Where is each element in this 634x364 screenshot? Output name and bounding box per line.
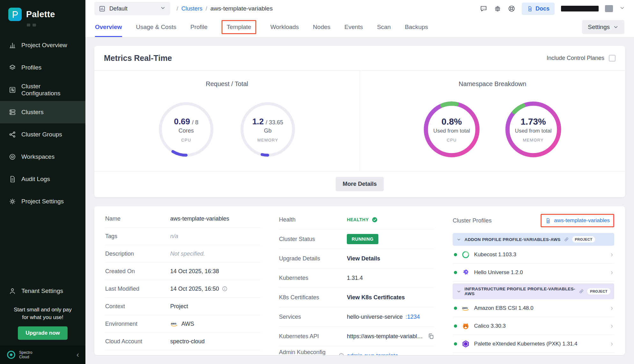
info-icon[interactable] [339, 353, 344, 355]
profile-item-hello-universe[interactable]: Hello Universe 1.2.0 [453, 264, 614, 281]
docs-icon [527, 6, 533, 12]
namespace-breakdown-title: Namespace Breakdown [459, 80, 526, 88]
sidebar-item-profiles[interactable]: Profiles [0, 56, 85, 79]
view-k8s-certificates-link[interactable]: View K8s Certificates [347, 294, 405, 301]
spectro-cloud-label: Spectro Cloud [19, 350, 32, 360]
footer-line: Spectro [19, 350, 32, 355]
tab-workloads[interactable]: Workloads [270, 17, 299, 37]
profile-item-name: Palette eXtended Kubernetes (PXK) 1.31.4 [474, 341, 577, 347]
health-value: HEALTHY [347, 217, 369, 222]
sidebar-item-audit-logs[interactable]: Audit Logs [0, 168, 85, 190]
namespace-cpu-donut: 0.8% Used from total CPU [423, 100, 481, 158]
profile-item-calico[interactable]: Calico 3.30.3 [453, 317, 614, 335]
pxk-hexagon-icon [461, 339, 470, 348]
profile-item-kubecost[interactable]: Kubecost 1.103.3 [453, 246, 614, 264]
tab-usage-costs[interactable]: Usage & Costs [136, 17, 177, 37]
status-dot [454, 271, 457, 274]
breadcrumb-current: aws-template-variables [210, 5, 273, 12]
namespace-cpu-label: CPU [447, 138, 456, 142]
kubeconfig-label-text: Admin Kubeconfig File [279, 349, 336, 355]
profile-item-ubuntu[interactable]: Ubuntu (AWS) 22.04 [453, 353, 614, 355]
addon-profile-section-header[interactable]: ADDON PROFILE PROFILE-VARIABLES-AWS PROJ… [453, 233, 614, 246]
sliders-box-icon [9, 86, 16, 94]
project-selector[interactable]: Default [94, 2, 170, 15]
status-dot [454, 253, 457, 256]
admin-kubeconfig-link[interactable]: admin.aws-template- [347, 353, 400, 355]
svg-text:aws: aws [171, 322, 177, 325]
detail-row-last-modified: Last Modified 14 Oct 2025, 16:50 [105, 280, 260, 298]
detail-label: Cluster Status [279, 236, 344, 243]
namespace-cpu-caption: Used from total [433, 128, 470, 134]
detail-row-upgrade-details: Upgrade Details View Details [279, 249, 434, 268]
namespace-memory-donut: 1.73% Used from total MEMORY [504, 100, 562, 158]
chat-icon[interactable] [480, 5, 487, 12]
detail-label: Kubernetes API [279, 333, 344, 340]
detail-row-k8s-certificates: K8s Certificates View K8s Certificates [279, 288, 434, 307]
user-menu-chevron-icon[interactable] [619, 5, 625, 12]
detail-row-health: Health HEALTHY [279, 210, 434, 229]
tab-overview[interactable]: Overview [95, 17, 122, 37]
info-icon[interactable] [222, 286, 228, 292]
topbar: Default / Clusters / aws-template-variab… [85, 0, 634, 17]
tab-nodes[interactable]: Nodes [313, 17, 331, 37]
infrastructure-profile-section-header[interactable]: INFRASTRUCTURE PROFILE PROFILE-VARIABLES… [453, 283, 614, 299]
topbar-actions: Docs [480, 3, 625, 15]
profile-item-pxk[interactable]: Palette eXtended Kubernetes (PXK) 1.31.4 [453, 335, 614, 353]
sidebar-item-workspaces[interactable]: Workspaces [0, 146, 85, 168]
health-status: HEALTHY [347, 217, 378, 223]
profile-doc-icon [545, 218, 551, 224]
chevron-down-icon [456, 237, 461, 242]
sidebar-item-tenant-settings[interactable]: Tenant Settings [0, 280, 85, 302]
detail-label: Cloud Account [105, 338, 168, 345]
profile-item-name: Hello Universe 1.2.0 [474, 269, 523, 276]
view-details-link[interactable]: View Details [347, 255, 380, 262]
environment-value: AWS [181, 321, 194, 327]
tab-backups[interactable]: Backups [405, 17, 428, 37]
metrics-header: Metrics Real-Time Include Control Planes [94, 46, 625, 71]
include-control-planes-checkbox[interactable] [609, 55, 616, 62]
promo-line: Start small and only pay [0, 306, 85, 314]
tab-template[interactable]: Template [222, 17, 256, 37]
copy-icon[interactable] [428, 333, 434, 339]
detail-label: Environment [105, 321, 168, 327]
sidebar-item-cluster-groups[interactable]: Cluster Groups [0, 123, 85, 146]
kubernetes-version-value: 1.31.4 [347, 275, 363, 281]
tab-scan[interactable]: Scan [377, 17, 391, 37]
namespace-memory-percent: 1.73% [521, 117, 546, 127]
sidebar-collapse-chevron[interactable] [77, 350, 79, 359]
namespace-breakdown-section: Namespace Breakdown 0.8% Used from total… [360, 71, 625, 171]
promo-line: for what you use! [0, 314, 85, 321]
docs-button[interactable]: Docs [522, 3, 555, 15]
namespace-memory-caption: Used from total [515, 128, 551, 134]
breadcrumb-link-clusters[interactable]: Clusters [181, 5, 202, 12]
settings-button[interactable]: Settings [582, 20, 624, 34]
bug-report-icon[interactable] [494, 5, 501, 12]
details-column-left: Name aws-template-variables Tags n/a Des… [105, 210, 260, 355]
detail-label: Tags [105, 233, 168, 240]
tab-events[interactable]: Events [345, 17, 363, 37]
service-port-link[interactable]: :1234 [405, 314, 420, 320]
detail-label: Created On [105, 268, 168, 275]
more-details-button[interactable]: More Details [336, 177, 384, 191]
cpu-gauge-center: 0.69/ 8 Cores CPU [157, 100, 215, 158]
detail-label: Health [279, 216, 344, 223]
sidebar-item-project-settings[interactable]: Project Settings [0, 190, 85, 213]
tab-label: Events [345, 24, 363, 31]
infrastructure-profile-header-label: INFRASTRUCTURE PROFILE PROFILE-VARIABLES… [464, 287, 576, 296]
link-icon [564, 237, 569, 242]
sidebar-item-cluster-configurations[interactable]: Cluster Configurations [0, 79, 85, 101]
avatar[interactable] [605, 5, 613, 12]
sidebar-item-project-overview[interactable]: Project Overview [0, 34, 85, 56]
help-lifebuoy-icon[interactable] [508, 5, 515, 12]
profile-item-amazon-ebs-csi[interactable]: aws Amazon EBS CSI 1.48.0 [453, 299, 614, 317]
template-tab-highlight-box: Template [222, 20, 256, 34]
sidebar-item-label: Tenant Settings [21, 288, 63, 295]
sidebar-item-clusters[interactable]: Clusters [0, 101, 85, 123]
sidebar-item-label: Cluster Groups [21, 131, 62, 138]
detail-label: Context [105, 303, 168, 310]
cluster-profile-link-highlighted[interactable]: aws-template-variables [541, 214, 614, 227]
tab-profile[interactable]: Profile [190, 17, 208, 37]
user-gear-icon [9, 287, 16, 295]
chevron-right-icon [611, 323, 613, 330]
upgrade-now-button[interactable]: Upgrade now [18, 326, 68, 340]
